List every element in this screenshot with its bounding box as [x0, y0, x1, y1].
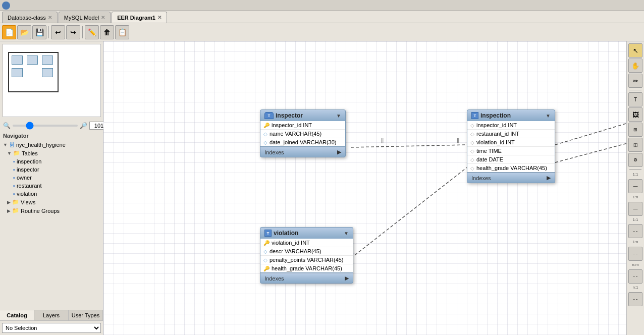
new-button[interactable]: 📄	[2, 25, 16, 39]
pencil-tool[interactable]: ✏	[628, 74, 642, 88]
minimap-table	[42, 68, 53, 77]
indexes-expand[interactable]: ▶	[345, 275, 349, 282]
field-name: inspector_id INT	[476, 122, 517, 128]
indexes-expand[interactable]: ▶	[547, 175, 551, 181]
separator	[48, 26, 49, 38]
table-tool[interactable]: ⊞	[628, 123, 642, 137]
field-date-joined: ◇ date_joined VARCHAR(30)	[260, 138, 345, 146]
tree-table-label: restaurant	[17, 183, 42, 189]
undo-button[interactable]: ↩	[51, 25, 65, 39]
table-icon: ▪	[13, 191, 15, 197]
eer-table-body: ◇ inspector_id INT ◇ restaurant_id INT ◇…	[467, 121, 555, 173]
eer-table-header-inspection: T inspection ▼	[467, 109, 555, 121]
hand-tool[interactable]: ✋	[628, 59, 642, 73]
diamond-icon: ◇	[470, 148, 474, 154]
zoom-bar: 🔍 🔎	[0, 120, 103, 132]
minimap-table	[27, 55, 38, 65]
indexes-expand[interactable]: ▶	[337, 149, 341, 155]
field-penalty: ◇ penalty_points VARCHAR(45)	[260, 256, 353, 264]
tree-views-label: Views	[21, 199, 35, 205]
database-icon: 🗄	[9, 142, 15, 148]
diamond-icon: ◇	[470, 157, 474, 162]
field-descr: ◇ descr VARCHAR(45)	[260, 247, 353, 256]
open-button[interactable]: 📂	[17, 25, 31, 39]
svg-line-5	[555, 142, 626, 162]
save-button[interactable]: 💾	[32, 25, 46, 39]
diamond-icon: ◇	[263, 249, 267, 254]
diamond-icon: ◇	[263, 140, 267, 145]
tree-tables-group[interactable]: ▼ 📁 Tables	[1, 149, 102, 157]
tab-label: EER Diagram1	[117, 15, 155, 21]
selection-dropdown[interactable]: No Selection	[2, 323, 101, 333]
image-tool[interactable]: 🖼	[628, 107, 642, 122]
eer-indexes-inspector[interactable]: Indexes ▶	[260, 147, 346, 157]
view-tool[interactable]: ◫	[628, 138, 642, 152]
eer-indexes-inspection[interactable]: Indexes ▶	[467, 173, 555, 183]
routine-tool[interactable]: ⚙	[628, 153, 642, 167]
tab-database-class[interactable]: Database-class ✕	[2, 12, 58, 23]
eer-table-body: 🔑 inspector_id INT ◇ name VARCHAR(45) ◇ …	[260, 121, 346, 147]
tree-views-group[interactable]: ▶ 📁 Views	[1, 198, 102, 206]
tab-catalog[interactable]: Catalog	[0, 310, 34, 320]
tab-user-types[interactable]: User Types	[69, 310, 103, 320]
eer-table-violation: T violation ▼ 🔑 violation_id INT ◇ descr…	[260, 227, 353, 284]
tree-table-violation[interactable]: ▪ violation	[1, 190, 102, 198]
field-name: ◇ name VARCHAR(45)	[260, 130, 345, 138]
text-tool[interactable]: T	[628, 92, 642, 106]
tree-root[interactable]: ▼ 🗄 nyc_health_hygiene	[1, 141, 102, 149]
key-icon: 🔑	[263, 240, 270, 246]
close-icon[interactable]: ✕	[48, 15, 52, 20]
tab-eer-diagram[interactable]: EER Diagram1 ✕	[112, 12, 167, 23]
close-icon[interactable]: ✕	[157, 15, 162, 20]
rel-1-nb-tool[interactable]: - -	[628, 247, 642, 261]
rel-nm-tool[interactable]: - -	[628, 269, 642, 284]
cursor-tool[interactable]: ↖	[628, 43, 642, 58]
rel-n1-label: n:1	[628, 285, 642, 291]
expand-button[interactable]: ▼	[344, 231, 349, 236]
separator	[629, 169, 641, 170]
copy-button[interactable]: 📋	[115, 25, 129, 39]
tree-table-label: inspector	[17, 166, 39, 173]
svg-text:||: ||	[381, 138, 384, 143]
rel-n1-tool[interactable]: - -	[628, 292, 642, 306]
eer-table-header-violation: T violation ▼	[260, 227, 353, 239]
svg-line-3	[351, 167, 467, 258]
field-name: violation_id INT	[272, 240, 310, 246]
left-panel: 🔍 🔎 Navigator ▼ 🗄 nyc_health_hygiene ▼ 📁…	[0, 41, 103, 335]
field-name: restaurant_id INT	[476, 131, 519, 137]
zoom-out-icon[interactable]: 🔍	[3, 122, 11, 129]
tab-mysql-model[interactable]: MySQL Model ✕	[59, 12, 111, 23]
expand-button[interactable]: ▼	[336, 113, 341, 119]
folder-icon: 📁	[12, 199, 19, 205]
eer-indexes-violation[interactable]: Indexes ▶	[260, 273, 353, 284]
rel-1-n-tool[interactable]: —	[628, 202, 642, 216]
arrow-icon: ▶	[7, 200, 11, 205]
separator	[82, 26, 83, 38]
canvas-area[interactable]: || || T inspector ▼ 🔑	[103, 41, 626, 335]
rel-1-1b-tool[interactable]: - -	[628, 224, 642, 238]
redo-button[interactable]: ↪	[66, 25, 80, 39]
tree-table-inspector[interactable]: ▪ inspector	[1, 165, 102, 174]
diamond-icon: ◇	[470, 140, 474, 145]
field-health-grade: 🔑 health_grade VARCHAR(45)	[260, 264, 353, 272]
zoom-in-icon[interactable]: 🔎	[80, 122, 87, 129]
tree-table-restaurant[interactable]: ▪ restaurant	[1, 182, 102, 190]
tab-layers[interactable]: Layers	[34, 310, 69, 320]
tab-label: Database-class	[8, 15, 46, 21]
delete-button[interactable]: 🗑	[100, 25, 114, 39]
field-violation-id: 🔑 violation_id INT	[260, 239, 353, 247]
eer-table-inspector: T inspector ▼ 🔑 inspector_id INT ◇ name …	[260, 109, 346, 157]
zoom-slider[interactable]	[13, 125, 78, 127]
table-title: inspection	[480, 112, 511, 119]
close-icon[interactable]: ✕	[101, 15, 105, 20]
edit-button[interactable]: ✏️	[85, 25, 99, 39]
tree-table-inspection[interactable]: ▪ inspection	[1, 157, 102, 165]
tree-table-owner[interactable]: ▪ owner	[1, 174, 102, 182]
diamond-icon: ◇	[263, 131, 267, 137]
rel-1-1-tool[interactable]: —	[628, 179, 642, 193]
tree-tables-label: Tables	[22, 150, 38, 156]
tree-table-label: owner	[17, 175, 32, 181]
folder-icon: 📁	[12, 207, 19, 214]
tree-routines-group[interactable]: ▶ 📁 Routine Groups	[1, 206, 102, 215]
expand-button[interactable]: ▼	[546, 113, 551, 119]
